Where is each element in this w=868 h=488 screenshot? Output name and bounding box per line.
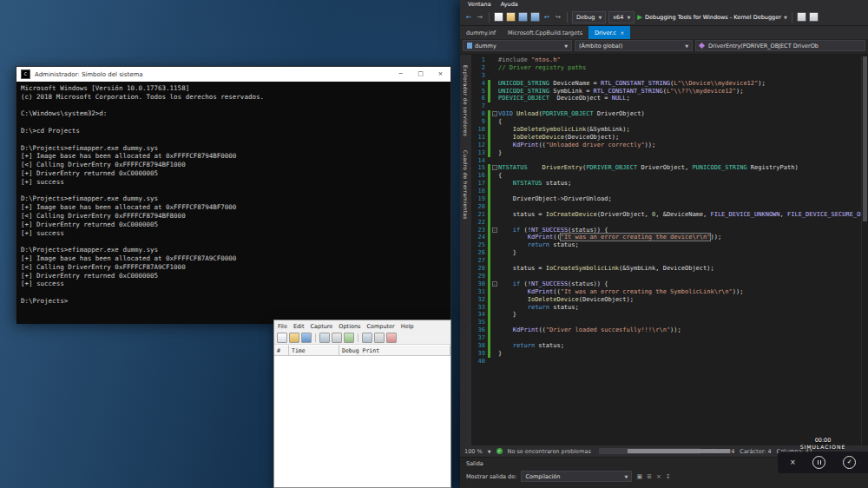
code-line[interactable]: 32 IoDeleteDevice(DeviceObject); <box>471 296 861 304</box>
open-log-icon[interactable] <box>289 333 299 343</box>
code-line[interactable]: 17 NTSTATUS status; <box>471 180 861 188</box>
code-line[interactable]: 1#include "ntos.h" <box>471 56 861 64</box>
zoom-select[interactable]: 100 % <box>464 448 483 455</box>
code-line[interactable]: 29 <box>471 273 861 280</box>
line-number[interactable]: 7 <box>471 102 487 110</box>
clear-all-icon[interactable]: × <box>656 473 661 480</box>
scroll-lock-icon[interactable]: ↧ <box>666 473 671 480</box>
line-number[interactable]: 23 <box>471 227 487 234</box>
code-line[interactable]: 7 <box>471 102 861 110</box>
code-line[interactable]: 39} <box>471 350 861 358</box>
tab-cppbuild-targets[interactable]: Microsoft.CppBuild.targets <box>502 26 589 39</box>
pause-recording-button[interactable] <box>812 456 825 469</box>
line-number[interactable]: 15 <box>471 164 487 172</box>
line-number[interactable]: 38 <box>471 342 487 350</box>
code-line[interactable]: 35 <box>471 319 861 326</box>
new-file-icon[interactable] <box>494 12 503 22</box>
debug-configuration-select[interactable]: Debug ▼ <box>572 11 606 23</box>
line-number[interactable]: 34 <box>471 311 487 319</box>
fold-marker[interactable]: - <box>490 280 498 288</box>
status-char[interactable]: Carácter: 4 <box>740 448 771 455</box>
line-number[interactable]: 21 <box>471 211 487 219</box>
line-number[interactable]: 4 <box>471 80 487 88</box>
output-source-select[interactable]: Compilación ▼ <box>521 471 632 482</box>
side-tab[interactable]: Explorador de servidores <box>463 65 469 136</box>
menu-item[interactable]: Capture <box>310 323 332 330</box>
line-number[interactable]: 2 <box>471 64 487 72</box>
line-number[interactable]: 16 <box>471 172 487 180</box>
line-number[interactable]: 13 <box>471 149 487 157</box>
code-line[interactable]: 22 <box>471 219 861 227</box>
close-button[interactable]: × <box>431 67 450 82</box>
code-line[interactable]: 21 status = IoCreateDevice(DriverObject,… <box>471 211 861 219</box>
code-line[interactable]: 34 } <box>471 311 861 319</box>
code-line[interactable]: 2// Driver registry paths <box>471 64 861 72</box>
fold-marker[interactable]: - <box>490 164 498 172</box>
collapse-icon[interactable]: - <box>492 111 497 116</box>
line-number[interactable]: 26 <box>471 249 487 257</box>
code-line[interactable]: 16{ <box>471 172 861 180</box>
collapse-icon[interactable]: - <box>492 228 497 233</box>
line-number[interactable]: 9 <box>471 118 487 126</box>
code-line[interactable]: 38 return status; <box>471 342 861 350</box>
code-area[interactable]: 1#include "ntos.h"2// Driver registry pa… <box>471 55 861 445</box>
line-number[interactable]: 29 <box>471 273 487 280</box>
project-dropdown[interactable]: dummy ▼ <box>463 40 572 51</box>
close-tab-icon[interactable]: × <box>620 30 624 36</box>
open-file-icon[interactable] <box>506 12 516 22</box>
menu-item[interactable]: Options <box>339 323 360 330</box>
start-debugging-button[interactable]: ▶ Debugging Tools for Windows - Kernel D… <box>637 13 787 21</box>
line-number[interactable]: 31 <box>471 288 487 296</box>
save-log-icon[interactable] <box>301 333 312 343</box>
save-icon[interactable] <box>518 12 528 22</box>
clear-icon[interactable] <box>386 333 397 343</box>
fold-marker[interactable]: - <box>490 110 498 118</box>
word-wrap-icon[interactable]: ≣ <box>647 473 652 480</box>
attach-icon[interactable] <box>809 12 819 22</box>
save-all-icon[interactable] <box>530 12 540 22</box>
code-line[interactable]: 6PDEVICE_OBJECT DeviceObject = NULL; <box>471 95 861 102</box>
problems-indicator[interactable]: No se encontraron problemas <box>508 448 591 455</box>
passthrough-icon[interactable] <box>344 333 354 343</box>
code-line[interactable]: 30- if (!NT_SUCCESS(status)) { <box>471 280 861 288</box>
code-line[interactable]: 4UNICODE_STRING DeviceName = RTL_CONSTAN… <box>471 80 861 88</box>
filter-icon[interactable] <box>374 333 385 343</box>
line-number[interactable]: 14 <box>471 157 487 165</box>
tab-dummy-inf[interactable]: dummy.inf <box>460 26 502 39</box>
editor-horizontal-scrollbar[interactable] <box>599 448 700 454</box>
code-line[interactable]: 3 <box>471 72 861 80</box>
line-number[interactable]: 35 <box>471 319 487 326</box>
line-number[interactable]: 30 <box>471 280 487 288</box>
line-number[interactable]: 19 <box>471 195 487 203</box>
capture-icon[interactable] <box>319 333 330 343</box>
minimize-button[interactable]: ─ <box>391 67 411 82</box>
editor-vertical-scrollbar[interactable] <box>861 55 868 445</box>
find-icon[interactable] <box>362 333 372 343</box>
output-panel-title[interactable]: Salida <box>466 460 483 467</box>
code-line[interactable]: 5UNICODE_STRING SymbLink = RTL_CONSTANT_… <box>471 88 861 96</box>
code-line[interactable]: 36 KdPrint(("Driver loaded succesfully!!… <box>471 326 861 334</box>
menu-item[interactable]: Help <box>401 323 414 330</box>
scrollbar-thumb[interactable] <box>628 449 730 453</box>
line-number[interactable]: 27 <box>471 257 487 265</box>
column-header-index[interactable]: # <box>274 345 289 356</box>
line-number[interactable]: 17 <box>471 180 487 188</box>
collapse-icon[interactable]: - <box>492 165 497 170</box>
build-icon[interactable] <box>797 12 806 22</box>
line-number[interactable]: 12 <box>471 142 487 149</box>
line-number[interactable]: 37 <box>471 334 487 342</box>
scrollbar-thumb[interactable] <box>863 56 867 221</box>
member-dropdown[interactable]: DriverEntry(PDRIVER_OBJECT DriverOb <box>695 40 865 51</box>
line-number[interactable]: 3 <box>471 72 487 80</box>
code-line[interactable]: 27 <box>471 257 861 265</box>
code-line[interactable]: 10 IoDeleteSymbolicLink(&SymbLink); <box>471 126 861 134</box>
code-line[interactable]: 12 KdPrint(("Unloaded driver correctly")… <box>471 142 861 149</box>
scope-dropdown[interactable]: (Ámbito global) ▼ <box>575 40 693 51</box>
line-number[interactable]: 18 <box>471 188 487 195</box>
code-line[interactable]: 26 } <box>471 249 861 257</box>
debugview-log-list[interactable] <box>274 356 450 487</box>
line-number[interactable]: 5 <box>471 88 487 96</box>
maximize-button[interactable]: □ <box>411 67 431 82</box>
column-header-debug-print[interactable]: Debug Print <box>339 345 450 356</box>
terminal-body[interactable]: Microsoft Windows [Versión 10.0.17763.11… <box>16 82 450 324</box>
